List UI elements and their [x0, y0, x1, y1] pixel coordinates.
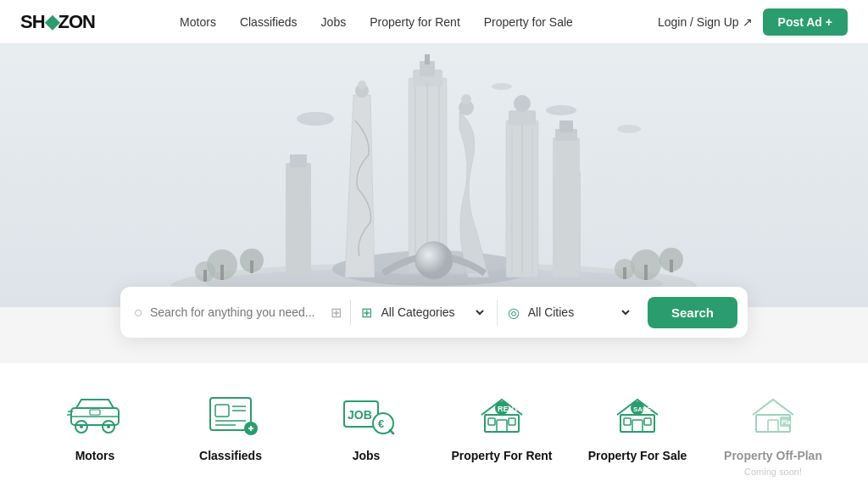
svg-point-30: [461, 94, 471, 104]
categories-grid: Motors Classifieds: [0, 380, 868, 485]
property-offplan-icon: Plan: [744, 391, 802, 437]
svg-rect-15: [290, 154, 307, 167]
svg-rect-53: [90, 410, 100, 415]
search-box: ○ ⊞ ⊞ All Categories Motors Classifieds …: [120, 287, 748, 338]
nav-property-sale[interactable]: Property for Sale: [484, 15, 573, 29]
property-sale-icon: SALE: [609, 391, 666, 437]
property-rent-icon: RENT: [473, 391, 531, 437]
jobs-icon: JOB €: [337, 391, 395, 437]
svg-text:Plan: Plan: [782, 419, 794, 425]
category-select[interactable]: All Categories Motors Classifieds Jobs P…: [377, 305, 486, 320]
svg-point-40: [415, 242, 453, 279]
svg-text:€: €: [378, 417, 384, 430]
svg-rect-78: [624, 418, 631, 425]
svg-rect-14: [286, 163, 311, 277]
svg-point-33: [514, 95, 531, 112]
login-link[interactable]: Login / Sign Up ↗: [658, 15, 753, 29]
svg-text:JOB: JOB: [348, 408, 372, 422]
property-rent-icon-wrap: RENT: [471, 389, 532, 439]
svg-text:SALE: SALE: [633, 406, 652, 413]
location-icon: ◎: [508, 305, 520, 321]
jobs-icon-wrap: JOB €: [336, 389, 397, 439]
search-input[interactable]: [150, 305, 325, 319]
svg-point-44: [551, 105, 571, 112]
category-property-sale[interactable]: SALE Property For Sale: [570, 380, 705, 485]
svg-point-45: [617, 125, 641, 133]
property-sale-icon-wrap: SALE: [607, 389, 668, 439]
svg-rect-57: [215, 405, 229, 417]
nav-property-rent[interactable]: Property for Rent: [370, 15, 460, 29]
svg-point-21: [358, 81, 366, 89]
property-offplan-sublabel: Coming soon!: [744, 467, 802, 477]
svg-rect-77: [632, 420, 643, 432]
svg-rect-3: [220, 265, 224, 280]
svg-rect-79: [644, 418, 651, 425]
post-ad-button[interactable]: Post Ad +: [763, 8, 848, 36]
logo-pin: ◆: [45, 11, 58, 33]
svg-rect-5: [250, 260, 253, 273]
categories-section: Motors Classifieds: [0, 363, 868, 498]
property-offplan-icon-wrap: Plan: [743, 389, 804, 439]
header-right: Login / Sign Up ↗ Post Ad +: [658, 8, 848, 36]
svg-rect-7: [203, 270, 207, 282]
svg-point-42: [303, 113, 328, 121]
svg-point-46: [492, 83, 512, 90]
property-sale-label: Property For Sale: [588, 448, 687, 463]
classifieds-icon: [202, 391, 259, 437]
svg-rect-70: [485, 415, 519, 432]
svg-text:RENT: RENT: [498, 405, 519, 413]
svg-rect-13: [623, 267, 626, 279]
city-select-wrap[interactable]: ◎ All Cities Dubai Abu Dhabi Sharjah: [498, 305, 643, 321]
search-icon: ○: [134, 304, 143, 322]
header: SH◆ZON Motors Classifieds Jobs Property …: [0, 0, 868, 44]
jobs-label: Jobs: [353, 448, 381, 463]
svg-rect-11: [670, 260, 673, 272]
svg-rect-25: [425, 54, 430, 64]
svg-rect-39: [559, 120, 573, 132]
svg-rect-73: [509, 418, 515, 425]
svg-line-69: [390, 430, 393, 434]
classifieds-icon-wrap: [200, 389, 261, 439]
city-svg: [154, 53, 714, 307]
category-motors[interactable]: Motors: [27, 380, 163, 485]
hero-section: [0, 44, 868, 307]
svg-point-51: [107, 425, 110, 428]
nav-motors[interactable]: Motors: [180, 15, 216, 29]
motors-label: Motors: [75, 448, 115, 463]
main-nav: Motors Classifieds Jobs Property for Ren…: [180, 15, 573, 29]
category-property-rent[interactable]: RENT Property For Rent: [434, 380, 570, 485]
building-icon: ⊞: [331, 305, 342, 321]
search-input-wrap: ○ ⊞: [125, 304, 350, 322]
city-illustration: [154, 53, 714, 307]
search-section: ○ ⊞ ⊞ All Categories Motors Classifieds …: [0, 287, 868, 355]
svg-rect-71: [497, 420, 507, 432]
svg-rect-37: [553, 137, 580, 277]
svg-point-50: [80, 425, 83, 428]
svg-rect-83: [768, 420, 778, 432]
city-select[interactable]: All Cities Dubai Abu Dhabi Sharjah: [525, 305, 632, 320]
logo[interactable]: SH◆ZON: [20, 11, 95, 33]
classifieds-label: Classifieds: [199, 448, 262, 463]
category-property-offplan: Plan Property Off-Plan Coming soon!: [705, 380, 841, 485]
motors-icon-wrap: [64, 389, 125, 439]
property-offplan-label: Property Off-Plan: [724, 448, 822, 463]
category-select-wrap[interactable]: ⊞ All Categories Motors Classifieds Jobs…: [351, 305, 496, 321]
svg-rect-32: [509, 110, 536, 126]
nav-jobs[interactable]: Jobs: [321, 15, 347, 29]
nav-classifieds[interactable]: Classifieds: [240, 15, 298, 29]
svg-rect-9: [644, 265, 648, 280]
grid-icon: ⊞: [361, 305, 372, 321]
svg-rect-72: [488, 418, 495, 425]
motors-icon: [66, 391, 124, 437]
search-button[interactable]: Search: [648, 297, 737, 328]
svg-rect-76: [620, 415, 654, 432]
category-classifieds[interactable]: Classifieds: [163, 380, 298, 485]
category-jobs[interactable]: JOB € Jobs: [298, 380, 434, 485]
property-rent-label: Property For Rent: [451, 448, 552, 463]
